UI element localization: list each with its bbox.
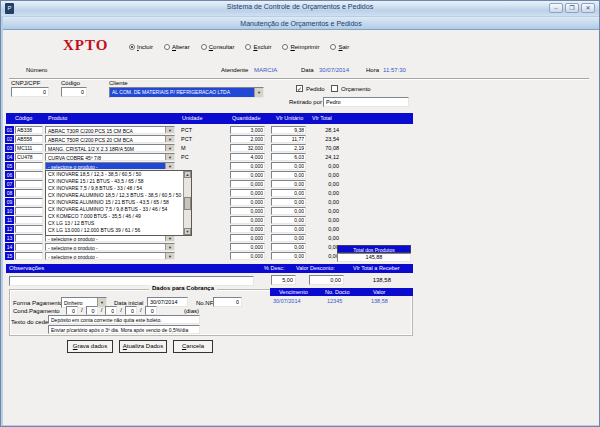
dropdown-item[interactable]: CX INOVARE ALUMINIO 15 / 21 BTUS - 43,5 … bbox=[46, 199, 191, 206]
row-number: 06 bbox=[5, 171, 14, 179]
nf-input[interactable] bbox=[213, 297, 242, 307]
cedente-line2-input[interactable] bbox=[48, 325, 200, 334]
chevron-down-icon[interactable]: ▼ bbox=[165, 136, 174, 142]
mode-radio-excluir[interactable]: Excluir bbox=[245, 44, 271, 50]
mode-radio-incluir[interactable]: Incluir bbox=[129, 44, 153, 50]
chevron-down-icon[interactable]: ▼ bbox=[165, 145, 174, 151]
minimize-button[interactable]: – bbox=[549, 3, 563, 13]
product-dropdown-list[interactable]: CX INOVARE 18,5 / 12,3 - 38,5 / 60,5 / 5… bbox=[45, 170, 192, 236]
product-code-input[interactable] bbox=[15, 243, 43, 251]
product-code-input[interactable] bbox=[15, 234, 43, 242]
chevron-down-icon[interactable]: ▼ bbox=[165, 244, 174, 250]
pedido-checkbox[interactable]: ✓ bbox=[296, 85, 303, 92]
product-code-input[interactable] bbox=[15, 225, 43, 233]
retirado-input[interactable] bbox=[323, 97, 409, 107]
quantity-input[interactable] bbox=[230, 198, 265, 206]
product-combo[interactable]: - selecione o produto -▼ bbox=[45, 252, 175, 260]
scroll-up-icon[interactable]: ▲ bbox=[184, 171, 191, 178]
quantity-input[interactable] bbox=[230, 135, 265, 143]
product-combo[interactable]: - selecione o produto -▼ bbox=[45, 162, 175, 170]
product-combo[interactable]: MANG. CRISTAL 1/2 X 2,3 18R/A 50M▼ bbox=[45, 144, 175, 152]
product-combo[interactable]: ABRAÇ T30R C/200 PCS 15 CM BCA▼ bbox=[45, 126, 175, 134]
product-code-input[interactable] bbox=[15, 189, 43, 197]
product-code-input[interactable] bbox=[15, 216, 43, 224]
quantity-input[interactable] bbox=[230, 126, 265, 134]
quantity-input[interactable] bbox=[230, 153, 265, 161]
mode-radio-consultar[interactable]: Consultar bbox=[201, 44, 235, 50]
product-code-input[interactable] bbox=[15, 126, 43, 134]
product-code-input[interactable] bbox=[15, 135, 43, 143]
slash-separator: / bbox=[81, 306, 83, 315]
row-number: 08 bbox=[5, 189, 14, 197]
codigo-input[interactable] bbox=[61, 87, 87, 97]
desc-input[interactable] bbox=[271, 275, 296, 285]
product-combo[interactable]: - selecione o produto -▼ bbox=[45, 243, 175, 251]
radio-icon[interactable] bbox=[164, 44, 170, 50]
product-code-input[interactable] bbox=[15, 144, 43, 152]
mode-radio-reimprimir[interactable]: Reimprimir bbox=[282, 44, 319, 50]
product-combo[interactable]: ABRAÇ T50R C/200 PCS 20 CM BCA▼ bbox=[45, 135, 175, 143]
product-combo[interactable]: CURVA COBRE 45º 7/8▼ bbox=[45, 153, 175, 161]
cond-pagamento-input[interactable] bbox=[105, 306, 117, 315]
product-code-input[interactable] bbox=[15, 180, 43, 188]
dropdown-item[interactable]: CX INOVARE 7,5 / 9,8 BTUS - 33 / 48 / 54 bbox=[46, 185, 191, 192]
dropdown-item[interactable]: CX LG 13.000 / 12.000 BTUS 39 / 61 / 56 bbox=[46, 227, 191, 234]
cond-pagamento-input[interactable] bbox=[86, 306, 98, 315]
quantity-input[interactable] bbox=[230, 234, 265, 242]
quantity-input[interactable] bbox=[230, 225, 265, 233]
quantity-input[interactable] bbox=[230, 216, 265, 224]
chevron-down-icon[interactable]: ▼ bbox=[165, 253, 174, 259]
product-code-input[interactable] bbox=[15, 207, 43, 215]
dropdown-item[interactable]: CX INOVARE 18,5 / 12,3 - 38,5 / 60,5 / 5… bbox=[46, 171, 191, 178]
product-code-input[interactable] bbox=[15, 171, 43, 179]
product-code-input[interactable] bbox=[15, 162, 43, 170]
product-code-input[interactable] bbox=[15, 252, 43, 260]
cedente-line1-input[interactable] bbox=[48, 315, 200, 324]
scrollbar-thumb[interactable] bbox=[184, 197, 191, 210]
mode-radio-alterar[interactable]: Alterar bbox=[164, 44, 190, 50]
cancela-button[interactable]: Cancela bbox=[173, 340, 213, 353]
dropdown-item[interactable]: CX LG 13 / 12 BTUS bbox=[46, 220, 191, 227]
orcamento-checkbox[interactable] bbox=[331, 85, 338, 92]
observacoes-input[interactable] bbox=[9, 276, 254, 286]
radio-icon[interactable] bbox=[201, 44, 207, 50]
cond-pagamento-input[interactable] bbox=[66, 306, 78, 315]
cnpj-input[interactable] bbox=[11, 87, 49, 97]
radio-icon[interactable] bbox=[129, 44, 135, 50]
gravadados-button[interactable]: Grava dados bbox=[67, 340, 113, 353]
cliente-label: Cliente bbox=[109, 80, 128, 86]
maximize-button[interactable]: ❐ bbox=[565, 3, 579, 13]
mode-radio-sair[interactable]: Sair bbox=[330, 44, 349, 50]
product-name: CURVA COBRE 45º 7/8 bbox=[46, 154, 165, 160]
table-header: Código Produto Unidade Quantidade Vlr Un… bbox=[6, 113, 413, 124]
cond-pagamento-input[interactable] bbox=[125, 306, 137, 315]
radio-icon[interactable] bbox=[282, 44, 288, 50]
cond-pagamento-input[interactable] bbox=[145, 306, 157, 315]
close-button[interactable]: ✕ bbox=[581, 3, 595, 13]
chevron-down-icon[interactable]: ▼ bbox=[165, 163, 174, 169]
dropdown-item[interactable]: CX INOVARE 15 / 21 BTUS - 43,5 / 65 / 58 bbox=[46, 178, 191, 185]
quantity-input[interactable] bbox=[230, 207, 265, 215]
dropdown-item[interactable]: CX INOVARE ALUMINIO 18,5 / 12,3 BTUS - 3… bbox=[46, 192, 191, 199]
quantity-input[interactable] bbox=[230, 171, 265, 179]
quantity-input[interactable] bbox=[230, 189, 265, 197]
quantity-input[interactable] bbox=[230, 144, 265, 152]
dropdown-item[interactable]: CX KOMECO 7.000 BTUS - 35,5 / 46 / 49 bbox=[46, 213, 191, 220]
radio-icon[interactable] bbox=[245, 44, 251, 50]
product-code-input[interactable] bbox=[15, 198, 43, 206]
valor-desconto-input[interactable] bbox=[309, 275, 344, 285]
chevron-down-icon[interactable]: ▼ bbox=[165, 127, 174, 133]
scroll-down-icon[interactable]: ▼ bbox=[184, 228, 191, 235]
quantity-input[interactable] bbox=[230, 243, 265, 251]
radio-icon[interactable] bbox=[330, 44, 336, 50]
cliente-combo[interactable]: AL COM. DE MATERIAIS P/ REFRIGERACAO LTD… bbox=[109, 87, 264, 98]
product-code-input[interactable] bbox=[15, 153, 43, 161]
atualizadados-button[interactable]: Atualiza Dados bbox=[119, 340, 167, 353]
dropdown-item[interactable]: CX INOVARE ALUMINIO 7,5 / 9,8 BTUS - 33 … bbox=[46, 206, 191, 213]
quantity-input[interactable] bbox=[230, 180, 265, 188]
chevron-down-icon[interactable]: ▼ bbox=[165, 154, 174, 160]
chevron-down-icon[interactable]: ▼ bbox=[254, 88, 263, 97]
quantity-input[interactable] bbox=[230, 162, 265, 170]
dropdown-scrollbar[interactable]: ▲ ▼ bbox=[183, 171, 191, 235]
quantity-input[interactable] bbox=[230, 252, 265, 260]
